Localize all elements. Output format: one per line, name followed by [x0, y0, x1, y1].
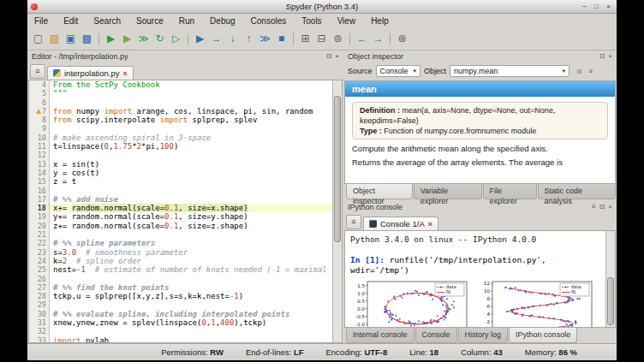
undock-editor-icon[interactable]: ⊡: [326, 52, 332, 60]
tab-console[interactable]: Console: [415, 328, 457, 343]
run-icon[interactable]: ▶: [104, 32, 118, 46]
code-text[interactable]: [50, 151, 332, 159]
undock-console-icon[interactable]: ⊡: [599, 203, 605, 211]
console-output[interactable]: Python 3.4.0 on linux -- IPython 4.0.0 I…: [345, 231, 605, 327]
menu-item-source[interactable]: Source: [134, 15, 165, 27]
close-button[interactable]: ×: [604, 2, 613, 11]
source-select[interactable]: Console ▾: [376, 65, 421, 77]
code-text[interactable]: tckp,u = splprep([x,y,z],s=s,k=k,nest=-1…: [50, 292, 332, 300]
code-text[interactable]: From the SctPy Cookbook: [50, 80, 332, 89]
code-text[interactable]: z = t: [50, 177, 332, 186]
close-editor-icon[interactable]: ×: [335, 52, 339, 60]
svg-text:fit: fit: [446, 289, 450, 294]
line-number: 27: [29, 283, 50, 292]
close-console-icon[interactable]: ×: [608, 203, 612, 211]
code-text[interactable]: [50, 187, 332, 195]
forward-icon[interactable]: →: [371, 32, 385, 46]
code-text[interactable]: from scipy.interpolate import splprep, s…: [50, 116, 332, 124]
console-scrollbar[interactable]: [605, 231, 615, 327]
code-text[interactable]: [50, 98, 332, 107]
tab-internal-console[interactable]: Internal console: [346, 328, 414, 343]
code-text[interactable]: import pylab: [50, 336, 332, 342]
code-text[interactable]: y = cos(t): [50, 169, 332, 177]
step-return-icon[interactable]: ↑: [242, 32, 256, 46]
menu-item-view[interactable]: View: [336, 15, 358, 27]
maximize-button[interactable]: □: [592, 2, 601, 11]
menu-item-tools[interactable]: Tools: [300, 15, 323, 27]
python-path-icon[interactable]: ⊛: [395, 32, 409, 46]
code-text[interactable]: # make ascending spiral in 3-space: [50, 134, 332, 142]
tab-interpolation-py[interactable]: interpolation.py ×: [47, 66, 134, 80]
title-bar[interactable]: Spyder (Python 3.4) − □ ×: [27, 0, 617, 14]
code-text[interactable]: [50, 275, 332, 283]
menu-item-edit[interactable]: Edit: [62, 15, 80, 27]
console-options-icon[interactable]: ≡: [592, 203, 596, 211]
code-text[interactable]: """: [50, 89, 332, 98]
tab-history-log[interactable]: History log: [458, 328, 509, 343]
console-list-button[interactable]: ≡: [346, 215, 361, 229]
step-icon[interactable]: →: [209, 32, 224, 46]
editor-scrollbar-thumb[interactable]: [334, 96, 341, 241]
re-run-icon[interactable]: ↻: [152, 32, 167, 46]
code-text[interactable]: nest=-1 # estimate of number of knots ne…: [50, 265, 332, 274]
code-text[interactable]: y+= random.normal(scale=0.1, size=y.shap…: [50, 212, 332, 221]
object-combobox[interactable]: numpy.mean ▾: [450, 65, 569, 77]
run-cell-advance-icon[interactable]: ≫: [136, 32, 151, 46]
tab-console-1a[interactable]: Console 1/A ×: [363, 217, 438, 230]
save-all-icon[interactable]: ▩: [80, 32, 94, 46]
step-into-icon[interactable]: ↓: [225, 32, 240, 46]
code-text[interactable]: x+= random.normal(scale=0.1, size=x.shap…: [50, 204, 332, 212]
code-text[interactable]: # %% add noise: [50, 195, 332, 204]
undock-inspector-icon[interactable]: ⊡: [599, 52, 605, 60]
lock-icon[interactable]: ⊙: [576, 68, 582, 75]
back-icon[interactable]: ←: [355, 32, 369, 46]
tab-variable-explorer[interactable]: Variable explorer: [414, 184, 482, 199]
code-text[interactable]: [50, 230, 332, 239]
console-scrollbar-thumb[interactable]: [607, 277, 614, 325]
new-file-icon[interactable]: ▢: [31, 32, 45, 46]
split-pane-icon[interactable]: ⊟: [314, 32, 329, 46]
menu-item-search[interactable]: Search: [92, 15, 122, 27]
code-text[interactable]: z+= random.normal(scale=0.1, size=z.shap…: [50, 222, 332, 230]
minimize-button[interactable]: −: [580, 2, 589, 11]
save-icon[interactable]: ▣: [63, 32, 78, 46]
console-input-line[interactable]: In [1]: runfile('/tmp/interpolation.py',…: [350, 255, 605, 276]
tab-object-inspector[interactable]: Object inspector: [346, 184, 413, 199]
run-cell-icon[interactable]: ▶: [120, 32, 134, 46]
maximize-pane-icon[interactable]: ⊞: [298, 32, 313, 46]
editor-scrollbar[interactable]: [332, 80, 342, 342]
menu-item-consoles[interactable]: Consoles: [249, 15, 289, 27]
tab-static-code-analysis[interactable]: Static code analysis: [538, 184, 616, 199]
close-tab-icon[interactable]: ×: [122, 69, 127, 78]
menu-item-help[interactable]: Help: [369, 15, 391, 27]
code-text[interactable]: # %% spline parameters: [50, 239, 332, 247]
open-file-icon[interactable]: ▨: [47, 32, 62, 46]
run-selection-icon[interactable]: ▷: [169, 32, 183, 46]
debug-icon[interactable]: ▶: [193, 32, 207, 46]
code-text[interactable]: t=linspace(0,1.75*2*pi,100): [50, 142, 332, 151]
close-inspector-icon[interactable]: ×: [608, 52, 612, 60]
continue-icon[interactable]: ≫: [258, 32, 272, 46]
code-text[interactable]: # %% find the knot points: [50, 283, 332, 292]
code-text[interactable]: from numpy import arange, cos, linspace,…: [50, 107, 332, 116]
code-text[interactable]: x = sin(t): [50, 160, 332, 169]
code-text[interactable]: [50, 327, 332, 335]
code-text[interactable]: # %% evaluate spline, including interpol…: [50, 310, 332, 318]
menu-item-debug[interactable]: Debug: [208, 15, 236, 27]
tools-icon[interactable]: ⊚: [331, 32, 345, 46]
tab-ipython-console[interactable]: IPython console: [509, 328, 577, 343]
code-text[interactable]: xnew,ynew,znew = splev(linspace(0,1,400)…: [50, 318, 332, 327]
browse-tabs-button[interactable]: ≡: [30, 64, 45, 79]
menu-item-run[interactable]: Run: [177, 15, 196, 27]
code-text[interactable]: s=3.0 # smoothness parameter: [50, 248, 332, 257]
inspector-options-icon[interactable]: ≡: [589, 68, 593, 75]
code-line: 21: [29, 230, 332, 239]
tab-file-explorer[interactable]: File explorer: [483, 184, 537, 199]
code-text[interactable]: [50, 124, 332, 133]
code-lines[interactable]: 4From the SctPy Cookbook5"""67from numpy…: [29, 80, 332, 342]
menu-item-file[interactable]: File: [33, 15, 50, 27]
close-console-tab-icon[interactable]: ×: [428, 220, 432, 228]
code-text[interactable]: [50, 300, 332, 309]
code-text[interactable]: k=2 # spline order: [50, 257, 332, 265]
stop-icon[interactable]: ■: [274, 32, 289, 46]
